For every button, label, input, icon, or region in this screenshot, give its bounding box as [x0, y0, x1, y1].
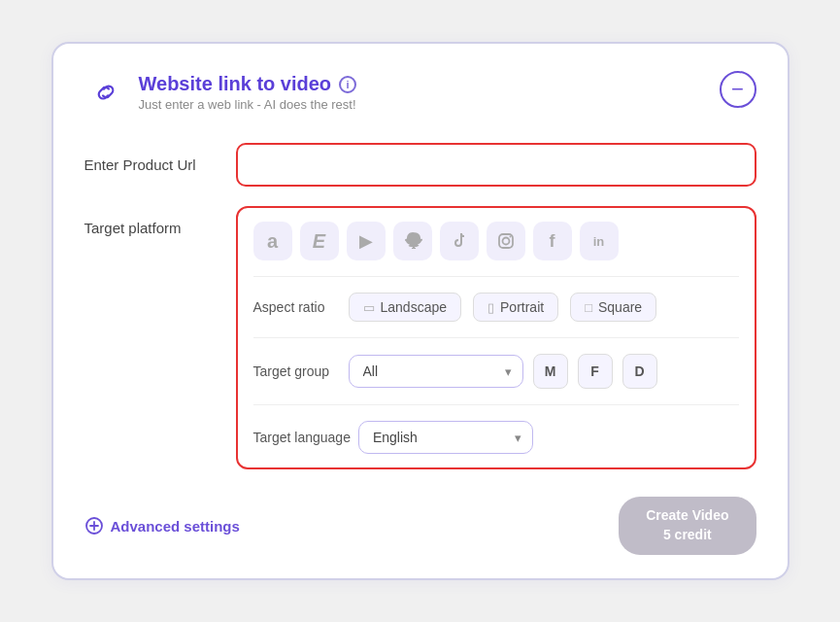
platform-settings-box: a E ▶ f in [236, 206, 756, 469]
create-video-credit: 5 credit [663, 527, 712, 542]
platform-youtube[interactable]: ▶ [347, 222, 386, 260]
create-video-label: Create Video [646, 507, 728, 523]
landscape-label: Landscape [381, 299, 448, 315]
header-subtitle: Just enter a web link - AI does the rest… [139, 97, 357, 112]
landscape-icon: ▭ [363, 300, 375, 315]
aspect-options-row: ▭ Landscape ▯ Portrait □ Square [349, 293, 657, 322]
platform-amazon[interactable]: a [253, 222, 292, 260]
divider-3 [253, 404, 739, 405]
platform-tiktok[interactable] [440, 222, 479, 260]
gender-male-button[interactable]: M [533, 354, 568, 389]
target-group-select-wrap: All 18-24 25-34 35-44 45+ [349, 355, 523, 388]
target-platform-label: Target platform [84, 206, 220, 236]
footer-row: Advanced settings Create Video 5 credit [84, 497, 756, 554]
platform-settings-row: Target platform a E ▶ f [84, 196, 756, 479]
advanced-settings-label: Advanced settings [111, 518, 240, 535]
aspect-portrait[interactable]: ▯ Portrait [473, 293, 558, 322]
header-left: Website link to video i Just enter a web… [84, 71, 357, 114]
svg-point-2 [509, 236, 511, 238]
plus-icon [84, 516, 104, 536]
advanced-settings-button[interactable]: Advanced settings [84, 516, 240, 536]
aspect-ratio-section: Aspect ratio ▭ Landscape ▯ Portrait □ Sq [253, 293, 739, 322]
square-icon: □ [585, 300, 592, 315]
header-text: Website link to video i Just enter a web… [139, 73, 357, 112]
target-group-select[interactable]: All 18-24 25-34 35-44 45+ [349, 355, 523, 388]
target-language-select-wrap: English Spanish French German Italian Po… [358, 421, 533, 454]
gender-diverse-button[interactable]: D [622, 354, 657, 389]
platform-etsy[interactable]: E [300, 222, 339, 260]
link-icon [84, 71, 127, 114]
target-group-controls: All 18-24 25-34 35-44 45+ M F D [349, 354, 657, 389]
target-language-section: Target language English Spanish French G… [253, 421, 739, 454]
collapse-button[interactable]: − [720, 71, 756, 108]
target-group-section: Target group All 18-24 25-34 35-44 45+ M [253, 354, 739, 389]
url-input-wrap [236, 143, 756, 187]
platform-linkedin[interactable]: in [580, 222, 619, 260]
info-icon[interactable]: i [339, 76, 356, 93]
aspect-landscape[interactable]: ▭ Landscape [349, 293, 462, 322]
product-url-row: Enter Product Url [84, 133, 756, 196]
main-card: Website link to video i Just enter a web… [51, 42, 790, 579]
gender-female-button[interactable]: F [578, 354, 613, 389]
divider-1 [253, 276, 739, 277]
platform-icons-row: a E ▶ f in [253, 222, 739, 260]
platform-instagram[interactable] [487, 222, 525, 260]
header-title: Website link to video i [139, 73, 357, 95]
aspect-square[interactable]: □ Square [570, 293, 656, 322]
portrait-label: Portrait [500, 299, 544, 315]
form-section: Enter Product Url Target platform a E ▶ [84, 133, 756, 479]
product-url-label: Enter Product Url [84, 156, 220, 173]
square-label: Square [598, 299, 642, 315]
platform-facebook[interactable]: f [533, 222, 572, 260]
portrait-icon: ▯ [487, 300, 494, 315]
aspect-ratio-label: Aspect ratio [253, 299, 341, 315]
target-group-label: Target group [253, 363, 341, 379]
title-text: Website link to video [139, 73, 332, 95]
platform-snapchat[interactable] [393, 222, 432, 260]
divider-2 [253, 337, 739, 338]
target-language-select[interactable]: English Spanish French German Italian Po… [358, 421, 533, 454]
create-video-button[interactable]: Create Video 5 credit [619, 497, 756, 554]
url-input[interactable] [244, 149, 749, 181]
card-header: Website link to video i Just enter a web… [84, 71, 756, 114]
target-language-label: Target language [253, 430, 351, 445]
language-controls: English Spanish French German Italian Po… [358, 421, 533, 454]
svg-point-1 [502, 238, 509, 245]
